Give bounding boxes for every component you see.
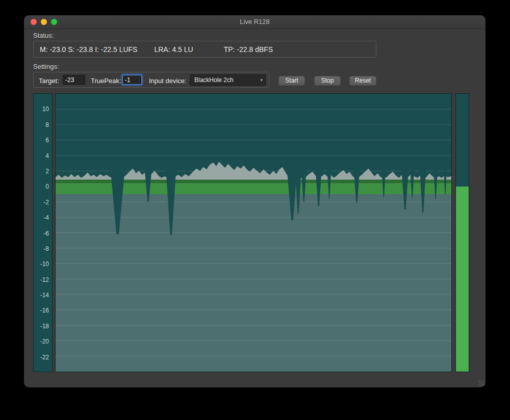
y-axis-tick-label: -14 (35, 291, 49, 299)
status-lra-value: LRA: 4.5 LU (154, 45, 193, 54)
y-axis-tick-label: -4 (35, 214, 49, 222)
y-axis-tick-label: 2 (35, 167, 49, 175)
input-device-select[interactable]: BlackHole 2ch ▾ (190, 74, 266, 86)
y-axis-tick-label: -8 (35, 245, 49, 253)
target-label: Target: (39, 77, 59, 85)
y-axis-tick-label: -18 (35, 322, 49, 330)
settings-box: Target: TruePeak: Input device: BlackHol… (33, 72, 269, 88)
title-bar[interactable]: Live R128 (24, 15, 486, 29)
y-axis-tick-label: 8 (35, 121, 49, 129)
traffic-lights (31, 19, 57, 25)
stop-button[interactable]: Stop (314, 76, 341, 86)
settings-label: Settings: (33, 63, 59, 70)
window-title: Live R128 (24, 15, 486, 29)
y-axis: 1086420-2-4-6-8-10-12-14-16-18-20-22 (33, 93, 53, 372)
reset-button[interactable]: Reset (349, 76, 376, 86)
status-loudness-values: M: -23.0 S: -23.8 I: -22.5 LUFS (40, 45, 137, 54)
y-axis-tick-label: 6 (35, 136, 49, 144)
chevron-down-icon: ▾ (260, 78, 263, 83)
y-axis-tick-label: -2 (35, 198, 49, 206)
status-truepeak-value: TP: -22.8 dBFS (224, 45, 273, 54)
y-axis-tick-label: -10 (35, 260, 49, 268)
y-axis-tick-label: -12 (35, 276, 49, 284)
minimize-button[interactable] (41, 19, 47, 25)
y-axis-tick-label: -20 (35, 337, 49, 346)
truepeak-input[interactable] (122, 75, 142, 85)
y-axis-tick-label: -16 (35, 306, 49, 314)
y-axis-tick-label: -22 (35, 353, 49, 361)
app-window: Live R128 Status: M: -23.0 S: -23.8 I: -… (24, 15, 486, 387)
chart-background-above (56, 94, 451, 178)
y-axis-tick-label: 4 (35, 152, 49, 160)
input-device-label: Input device: (149, 77, 187, 85)
loudness-history-plot (56, 94, 451, 372)
level-meter-headroom (456, 94, 469, 187)
level-meter-fill (456, 187, 469, 372)
y-axis-tick-label: -6 (35, 229, 49, 238)
start-button[interactable]: Start (278, 76, 305, 86)
y-axis-tick-label: 10 (35, 105, 49, 113)
loudness-history-chart (55, 93, 452, 372)
truepeak-label: TruePeak: (91, 77, 121, 85)
status-box: M: -23.0 S: -23.8 I: -22.5 LUFS LRA: 4.5… (33, 41, 376, 58)
zoom-button[interactable] (51, 19, 57, 25)
input-device-selected-value: BlackHole 2ch (194, 76, 260, 84)
close-button[interactable] (31, 19, 37, 25)
y-axis-tick-label: 0 (35, 182, 49, 191)
target-input[interactable] (63, 75, 85, 85)
resize-grip-icon[interactable] (479, 380, 484, 386)
status-label: Status: (33, 32, 54, 39)
level-meter (455, 93, 469, 372)
